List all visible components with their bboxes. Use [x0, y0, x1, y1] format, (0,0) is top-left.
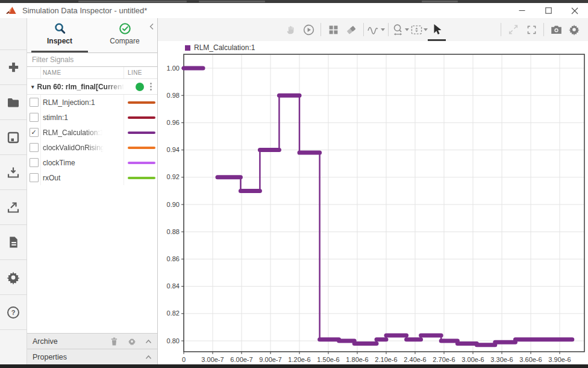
panel-tabs: Inspect Compare — [27, 18, 157, 52]
svg-text:1.80e-6: 1.80e-6 — [346, 356, 368, 363]
hand-pan-icon — [284, 24, 296, 36]
svg-text:0.80: 0.80 — [167, 337, 180, 344]
signal-checkbox[interactable] — [30, 158, 39, 167]
collapse-panel-button[interactable] — [149, 22, 154, 33]
window-title: Simulation Data Inspector - untitled* — [22, 6, 147, 15]
svg-text:0.94: 0.94 — [167, 146, 180, 153]
cursor-arrow-icon — [431, 24, 442, 36]
plot-legend: RLM_Calculation:1 — [185, 43, 255, 52]
filter-signals-input[interactable] — [27, 52, 157, 67]
fit-to-view-icon — [410, 24, 423, 36]
signal-row[interactable]: ✓ RLM_Calculation:1 — [27, 125, 157, 140]
svg-text:0.82: 0.82 — [167, 309, 180, 317]
eraser-icon — [345, 24, 357, 36]
plot-svg[interactable]: 1.000.980.960.940.920.900.880.860.840.82… — [158, 41, 588, 364]
layout-grid-icon — [328, 24, 339, 36]
signal-checkbox[interactable] — [30, 143, 39, 152]
tab-compare[interactable]: Compare — [92, 18, 157, 52]
plot-panel: RLM_Calculation:1 1.000.980.960.940.920.… — [158, 18, 588, 364]
chevron-up-icon[interactable] — [145, 339, 152, 344]
plot-toolbar — [158, 18, 588, 41]
run-expand-caret[interactable]: ▾ — [31, 84, 34, 90]
export-button[interactable] — [0, 190, 27, 225]
new-button[interactable] — [0, 50, 27, 85]
magnifier-icon — [54, 22, 66, 35]
run-menu-button[interactable] — [150, 83, 152, 90]
svg-text:1.00: 1.00 — [167, 65, 180, 72]
open-button[interactable] — [0, 85, 27, 120]
snapshot-button[interactable] — [547, 18, 565, 41]
signal-name: clockValidOnRising — [41, 144, 105, 152]
clear-plots-button[interactable] — [342, 18, 360, 41]
signal-row[interactable]: clockValidOnRising — [27, 140, 157, 155]
signal-name: RLM_Calculation:1 — [41, 128, 104, 137]
minimize-button[interactable] — [508, 3, 535, 18]
properties-section-header[interactable]: Properties — [27, 349, 157, 364]
chevron-up-icon[interactable] — [145, 355, 152, 360]
pan-button[interactable] — [281, 18, 299, 41]
signal-row[interactable]: stimIn:1 — [27, 110, 157, 125]
fullscreen-button[interactable] — [522, 18, 540, 41]
svg-text:3.00e-6: 3.00e-6 — [461, 356, 484, 363]
archive-label: Archive — [33, 337, 58, 346]
svg-text:3.30e-6: 3.30e-6 — [490, 356, 513, 363]
replay-button[interactable] — [299, 18, 317, 41]
import-button[interactable] — [0, 155, 27, 190]
pop-out-button[interactable] — [504, 18, 522, 41]
maximize-button[interactable] — [535, 3, 561, 18]
subplot-layout-button[interactable] — [324, 18, 342, 41]
signal-checkbox[interactable] — [30, 98, 39, 107]
zoom-x-button[interactable] — [392, 18, 410, 41]
column-header-name: NAME — [40, 67, 124, 78]
svg-text:0.88: 0.88 — [167, 228, 180, 235]
svg-text:6.00e-7: 6.00e-7 — [230, 356, 252, 363]
help-button[interactable]: ? — [0, 295, 27, 330]
svg-text:1.50e-6: 1.50e-6 — [317, 356, 339, 363]
cursor-select-button[interactable] — [428, 18, 446, 41]
svg-text:3.00e-7: 3.00e-7 — [201, 356, 224, 363]
signal-line-swatch — [128, 162, 155, 164]
tab-inspect[interactable]: Inspect — [27, 18, 92, 52]
legend-label: RLM_Calculation:1 — [194, 43, 255, 52]
tab-inspect-label: Inspect — [47, 37, 72, 45]
signal-row[interactable]: RLM_Injection:1 — [27, 95, 157, 110]
signal-name: RLM_Injection:1 — [41, 98, 95, 107]
save-icon — [6, 130, 20, 145]
signal-checkbox[interactable] — [30, 173, 39, 182]
plot-settings-button[interactable] — [565, 18, 583, 41]
archive-settings-gear-icon[interactable] — [128, 337, 136, 346]
svg-text:0.92: 0.92 — [167, 173, 180, 180]
signal-list: RLM_Injection:1 stimIn:1 ✓ RLM_Calculati… — [27, 95, 157, 185]
gear-icon — [6, 270, 20, 285]
fit-to-view-button[interactable] — [410, 18, 428, 41]
check-circle-icon — [119, 22, 131, 35]
report-document-icon — [7, 235, 20, 249]
svg-text:0.84: 0.84 — [167, 282, 180, 290]
create-report-button[interactable] — [0, 225, 27, 260]
chevron-down-icon — [381, 28, 385, 31]
trash-icon[interactable] — [110, 337, 119, 346]
run-row[interactable]: ▾ Run 60: rlm_final[Current — [27, 79, 157, 95]
preferences-button[interactable] — [0, 260, 27, 295]
signal-name: clockTime — [41, 159, 75, 167]
svg-text:?: ? — [11, 309, 16, 316]
chevron-down-icon — [424, 28, 428, 31]
signal-row[interactable]: rxOut — [27, 170, 157, 185]
signal-table-header: NAME LINE — [27, 67, 157, 79]
app-sidebar: ? — [0, 18, 27, 364]
svg-text:3.90e-6: 3.90e-6 — [548, 356, 571, 363]
svg-text:3.60e-6: 3.60e-6 — [519, 356, 542, 363]
plot-area[interactable]: RLM_Calculation:1 1.000.980.960.940.920.… — [158, 41, 588, 364]
signal-checkbox[interactable] — [30, 113, 39, 122]
archive-section-header[interactable]: Archive — [27, 333, 157, 349]
close-button[interactable] — [561, 3, 588, 18]
svg-text:1.20e-6: 1.20e-6 — [288, 356, 310, 363]
plus-icon — [7, 60, 20, 74]
signal-line-swatch — [128, 147, 155, 149]
signal-line-swatch — [128, 101, 155, 104]
svg-text:9.00e-7: 9.00e-7 — [259, 356, 281, 363]
signal-row[interactable]: clockTime — [27, 155, 157, 170]
save-button[interactable] — [0, 120, 27, 155]
signal-checkbox[interactable]: ✓ — [30, 128, 39, 137]
signal-trace-options-button[interactable] — [367, 18, 385, 41]
